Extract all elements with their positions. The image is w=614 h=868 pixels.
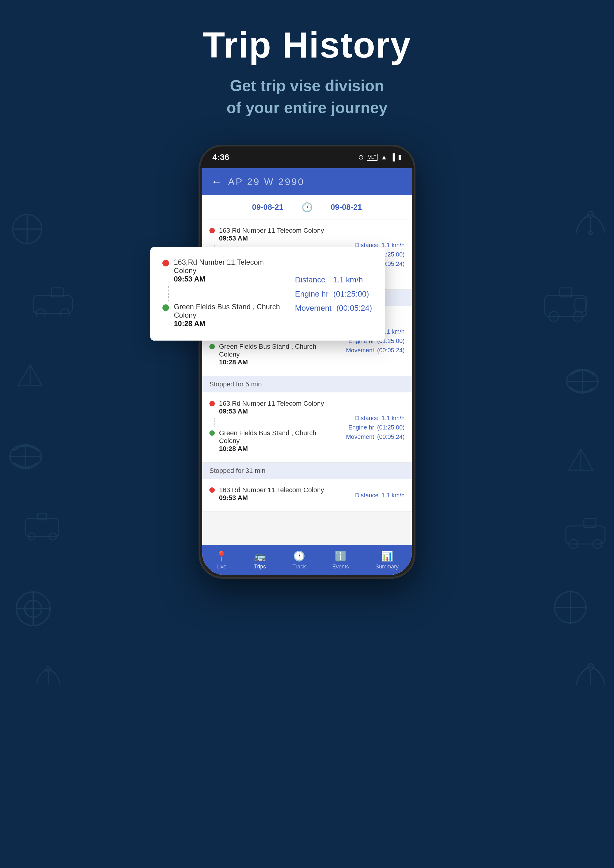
status-time: 4:36	[212, 152, 229, 162]
svg-point-13	[28, 533, 35, 540]
from-name: 163,Rd Number 11,Telecom Colony	[219, 486, 332, 494]
svg-point-27	[573, 312, 583, 321]
svg-point-16	[16, 592, 50, 626]
svg-point-26	[549, 312, 558, 321]
trip-stats: Distance 1.1 km/h	[338, 486, 405, 504]
end-dot	[209, 344, 215, 349]
date-from[interactable]: 09-08-21	[252, 203, 283, 212]
popup-route-line	[165, 285, 283, 303]
trip-stop-from: 163,Rd Number 11,Telecom Colony 09:53 AM	[209, 227, 332, 242]
popup-end-dot	[163, 304, 169, 311]
popup-route: 163,Rd Number 11,Telecom Colony 09:53 AM…	[163, 258, 283, 330]
stop-info-to: Green Fields Bus Stand , Church Colony 1…	[219, 429, 332, 453]
stop-info-to: Green Fields Bus Stand , Church Colony 1…	[219, 343, 332, 366]
svg-point-14	[49, 533, 56, 540]
page-title: Trip History	[0, 24, 614, 66]
svg-point-22	[588, 211, 593, 217]
stopped-banner: Stopped for 5 min	[202, 376, 412, 393]
svg-point-42	[588, 664, 593, 669]
summary-label: Summary	[375, 564, 398, 570]
trip-stop-to: Green Fields Bus Stand , Church Colony 1…	[209, 343, 332, 366]
to-time: 10:28 AM	[219, 358, 332, 366]
start-dot	[209, 228, 215, 233]
status-bar: 4:36 ⊙ VLT ▲ ▐ ▮	[200, 146, 414, 168]
events-icon: ℹ️	[335, 550, 347, 562]
bottom-navigation: 📍 Live 🚌 Trips 🕐 Track ℹ️ Events 📊	[202, 545, 412, 575]
popup-stat-distance: Distance 1.1 km/h	[295, 275, 373, 284]
nav-summary[interactable]: 📊 Summary	[375, 550, 398, 570]
svg-rect-29	[575, 298, 585, 312]
date-bar: 09-08-21 🕐 09-08-21	[202, 195, 412, 219]
phone-shell: 4:36 ⊙ VLT ▲ ▐ ▮ ← AP 29 W 2990 09-08-21…	[198, 144, 416, 579]
stat-distance: Distance 1.1 km/h	[338, 415, 405, 422]
app-toolbar: ← AP 29 W 2990	[202, 168, 412, 195]
svg-rect-38	[584, 519, 596, 528]
nav-live[interactable]: 📍 Live	[216, 550, 228, 570]
popup-to-time: 10:28 AM	[174, 320, 283, 328]
svg-point-24	[589, 231, 592, 234]
popup-stat-movement: Movement (00:05:24)	[295, 303, 373, 313]
svg-rect-15	[38, 514, 47, 520]
trip-route: 163,Rd Number 11,Telecom Colony 09:53 AM…	[209, 400, 332, 455]
svg-rect-12	[26, 519, 59, 536]
stat-engine: Engine hr (01:25:00)	[338, 424, 405, 431]
popup-from: 163,Rd Number 11,Telecom Colony 09:53 AM	[163, 258, 283, 283]
svg-point-39	[555, 592, 586, 623]
svg-point-9	[10, 445, 41, 468]
live-label: Live	[216, 564, 226, 570]
from-time: 09:53 AM	[219, 407, 332, 415]
nav-track[interactable]: 🕐 Track	[293, 550, 306, 570]
page-header: Trip History Get trip vise division of y…	[0, 0, 614, 119]
trip-item[interactable]: 163,Rd Number 11,Telecom Colony 09:53 AM…	[202, 393, 412, 463]
svg-point-30	[567, 370, 598, 393]
stat-movement: Movement (00:05:24)	[338, 433, 405, 440]
svg-point-19	[25, 600, 42, 617]
alarm-icon: ⊙	[358, 154, 364, 161]
trip-stats: Distance 1.1 km/h Engine hr (01:25:00) M…	[338, 400, 405, 455]
start-dot	[209, 488, 215, 493]
popup-stats: Distance 1.1 km/h Engine hr (01:25:00) M…	[295, 258, 373, 330]
svg-rect-35	[566, 526, 605, 544]
trip-route: 163,Rd Number 11,Telecom Colony 09:53 AM	[209, 486, 332, 504]
start-dot	[209, 401, 215, 406]
from-time: 09:53 AM	[219, 494, 332, 502]
popup-from-info: 163,Rd Number 11,Telecom Colony 09:53 AM	[174, 258, 283, 283]
svg-point-4	[36, 309, 45, 317]
trip-item[interactable]: 163,Rd Number 11,Telecom Colony 09:53 AM…	[202, 479, 412, 512]
nav-events[interactable]: ℹ️ Events	[332, 550, 349, 570]
summary-icon: 📊	[381, 550, 393, 562]
svg-marker-7	[18, 365, 42, 386]
svg-point-20	[46, 667, 51, 671]
popup-to-info: Green Fields Bus Stand , Church Colony 1…	[174, 303, 283, 328]
trip-stop-to: Green Fields Bus Stand , Church Colony 1…	[209, 429, 332, 453]
track-icon: 🕐	[293, 550, 305, 562]
events-label: Events	[332, 564, 349, 570]
svg-point-36	[569, 539, 578, 548]
trips-icon: 🚌	[254, 550, 266, 562]
from-time: 09:53 AM	[219, 234, 332, 242]
live-icon: 📍	[216, 550, 228, 562]
svg-point-5	[60, 309, 69, 317]
stop-info-from: 163,Rd Number 11,Telecom Colony 09:53 AM	[219, 486, 332, 502]
phone-mockup: 4:36 ⊙ VLT ▲ ▐ ▮ ← AP 29 W 2990 09-08-21…	[198, 144, 416, 579]
svg-rect-28	[560, 288, 572, 297]
nav-trips[interactable]: 🚌 Trips	[254, 550, 266, 570]
date-to[interactable]: 09-08-21	[331, 203, 362, 212]
page-subtitle: Get trip vise division of your entire jo…	[0, 75, 614, 119]
end-dot	[209, 430, 215, 436]
back-button[interactable]: ←	[211, 175, 222, 188]
movement-label: Movement	[295, 303, 332, 313]
to-name: Green Fields Bus Stand , Church Colony	[219, 343, 332, 358]
status-icons: ⊙ VLT ▲ ▐ ▮	[358, 154, 402, 161]
calendar-icon[interactable]: 🕐	[302, 202, 313, 213]
popup-start-dot	[163, 260, 169, 266]
to-name: Green Fields Bus Stand , Church Colony	[219, 429, 332, 445]
popup-to-name: Green Fields Bus Stand , Church Colony	[174, 303, 283, 320]
stop-info-from: 163,Rd Number 11,Telecom Colony 09:53 AM	[219, 400, 332, 415]
popup-to: Green Fields Bus Stand , Church Colony 1…	[163, 303, 283, 328]
popup-stat-engine: Engine hr (01:25:00)	[295, 289, 373, 299]
stop-info-from: 163,Rd Number 11,Telecom Colony 09:53 AM	[219, 227, 332, 242]
svg-point-37	[593, 539, 602, 548]
trips-label: Trips	[254, 564, 266, 570]
distance-value: 1.1 km/h	[333, 275, 363, 284]
